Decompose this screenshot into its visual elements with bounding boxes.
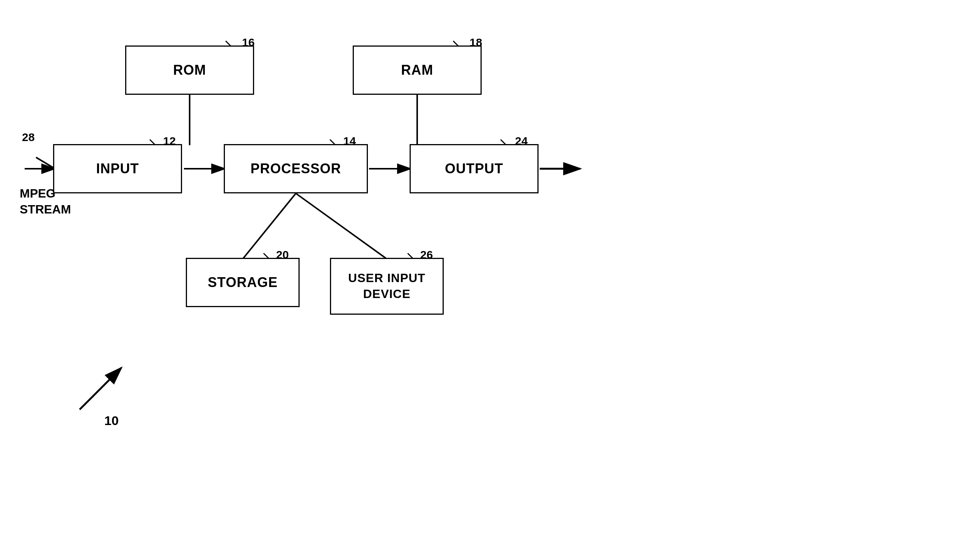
rom-label: ROM xyxy=(173,62,206,78)
diagram-container: ROM 16 RAM 18 INPUT 12 PROCESSOR 14 OUTP… xyxy=(0,0,980,535)
ram-label: RAM xyxy=(401,62,433,78)
input-ref: 12 xyxy=(163,135,176,148)
input-label: INPUT xyxy=(96,161,139,177)
svg-line-10 xyxy=(296,194,387,259)
svg-line-2 xyxy=(36,157,55,169)
processor-block: PROCESSOR xyxy=(224,144,368,194)
svg-line-11 xyxy=(80,368,121,410)
output-ref: 24 xyxy=(515,135,528,148)
ram-block: RAM xyxy=(353,46,482,95)
user-input-device-block: USER INPUTDEVICE xyxy=(330,258,444,315)
user-input-device-label: USER INPUTDEVICE xyxy=(348,270,426,302)
ref-28-label: 28 xyxy=(22,131,35,144)
processor-label: PROCESSOR xyxy=(250,161,341,177)
output-block: OUTPUT xyxy=(410,144,539,194)
rom-ref: 16 xyxy=(242,36,255,49)
rom-block: ROM xyxy=(125,46,254,95)
input-block: INPUT xyxy=(53,144,182,194)
storage-ref: 20 xyxy=(276,248,289,261)
ram-ref: 18 xyxy=(469,36,482,49)
ref-10-label: 10 xyxy=(104,413,119,428)
processor-ref: 14 xyxy=(343,135,356,148)
storage-block: STORAGE xyxy=(186,258,300,307)
user-input-device-ref: 26 xyxy=(420,248,433,261)
storage-label: STORAGE xyxy=(208,275,278,291)
mpeg-stream-label: MPEGSTREAM xyxy=(20,186,71,217)
output-label: OUTPUT xyxy=(445,161,503,177)
